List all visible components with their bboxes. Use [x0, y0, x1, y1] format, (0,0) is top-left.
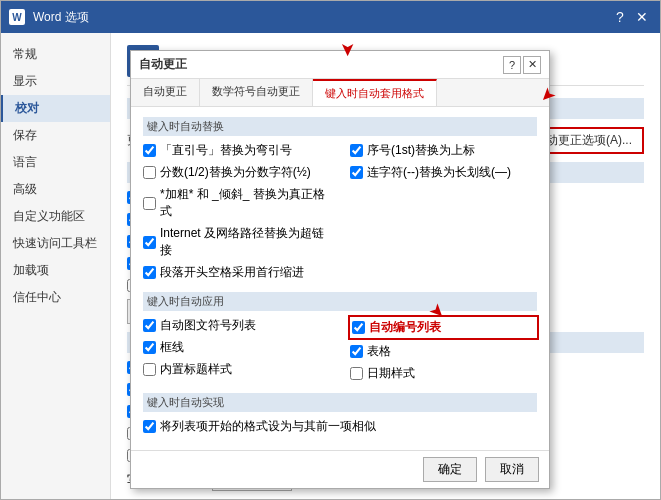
sub-help-button[interactable]: ? [503, 56, 521, 74]
sidebar-item-display[interactable]: 显示 [1, 68, 110, 95]
cb-list-format-input[interactable] [143, 420, 156, 433]
cb-straight-quotes-label: 「直引号」替换为弯引号 [160, 142, 292, 159]
cb-heading-style-label: 内置标题样式 [160, 361, 232, 378]
cb-auto-bullet-input[interactable] [143, 319, 156, 332]
cb-auto-numbering-label: 自动编号列表 [369, 319, 441, 336]
cb-border-input[interactable] [143, 341, 156, 354]
cb-ordinal-label: 序号(1st)替换为上标 [367, 142, 475, 159]
apply-columns: 自动图文符号列表 框线 内置标题样式 自动编号列表 [143, 317, 537, 387]
title-bar-buttons: ? ✕ [610, 7, 652, 27]
cb-date-style-label: 日期样式 [367, 365, 415, 382]
cb-dash-input[interactable] [350, 166, 363, 179]
sub-dialog-footer: 确定 取消 [131, 450, 549, 488]
sub-dialog-title: 自动更正 [139, 56, 187, 73]
cb-date-style-input[interactable] [350, 367, 363, 380]
sidebar-item-advanced[interactable]: 高级 [1, 176, 110, 203]
title-bar: W Word 选项 ? ✕ [1, 1, 660, 33]
cb-table-label: 表格 [367, 343, 391, 360]
close-button[interactable]: ✕ [632, 7, 652, 27]
sub-dialog-title-bar: 自动更正 ? ✕ [131, 51, 549, 79]
dialog-title: Word 选项 [33, 9, 89, 26]
sidebar-item-general[interactable]: 常规 [1, 41, 110, 68]
sidebar: 常规 显示 校对 保存 语言 高级 自定义功能区 快速访问工具栏 加载项 信任中… [1, 33, 111, 499]
tab-autocorrect[interactable]: 自动更正 [131, 79, 200, 106]
cb-heading-style-input[interactable] [143, 363, 156, 376]
cb-dash: 连字符(--)替换为长划线(—) [350, 164, 537, 181]
sidebar-item-quick-access[interactable]: 快速访问工具栏 [1, 230, 110, 257]
cb-date-style: 日期样式 [350, 365, 537, 382]
ok-button[interactable]: 确定 [423, 457, 477, 482]
sidebar-item-proofing[interactable]: 校对 [1, 95, 110, 122]
sub-dialog-content: 键入时自动替换 「直引号」替换为弯引号 分数(1/2)替换为分数字符(½) *加… [131, 107, 549, 450]
realize-header: 键入时自动实现 [143, 393, 537, 412]
sidebar-item-trust-center[interactable]: 信任中心 [1, 284, 110, 311]
replacement-header: 键入时自动替换 [143, 117, 537, 136]
tab-typing-format[interactable]: 键入时自动套用格式 [313, 79, 437, 106]
cb-auto-numbering: 自动编号列表 [350, 317, 537, 338]
cb-hyperlink-input[interactable] [143, 236, 156, 249]
cb-fraction-label: 分数(1/2)替换为分数字符(½) [160, 164, 311, 181]
cb-indent-label: 段落开头空格采用首行缩进 [160, 264, 304, 281]
sub-dialog-title-buttons: ? ✕ [503, 56, 541, 74]
cb-bold-italic: *加粗* 和 _倾斜_ 替换为真正格式 [143, 186, 330, 220]
help-button[interactable]: ? [610, 7, 630, 27]
cb-straight-quotes-input[interactable] [143, 144, 156, 157]
title-bar-left: W Word 选项 [9, 9, 89, 26]
cb-auto-bullet: 自动图文符号列表 [143, 317, 330, 334]
word-icon: W [9, 9, 25, 25]
cb-ordinal: 序号(1st)替换为上标 [350, 142, 537, 159]
sub-close-button[interactable]: ✕ [523, 56, 541, 74]
sidebar-item-custom-ribbon[interactable]: 自定义功能区 [1, 203, 110, 230]
cb-list-format-label: 将列表项开始的格式设为与其前一项相似 [160, 418, 376, 435]
cb-table: 表格 [350, 343, 537, 360]
cb-heading-style: 内置标题样式 [143, 361, 330, 378]
sidebar-item-save[interactable]: 保存 [1, 122, 110, 149]
cancel-button[interactable]: 取消 [485, 457, 539, 482]
cb-table-input[interactable] [350, 345, 363, 358]
cb-hyperlink-label: Internet 及网络路径替换为超链接 [160, 225, 330, 259]
replacement-columns: 「直引号」替换为弯引号 分数(1/2)替换为分数字符(½) *加粗* 和 _倾斜… [143, 142, 537, 286]
apply-header: 键入时自动应用 [143, 292, 537, 311]
cb-hyperlink: Internet 及网络路径替换为超链接 [143, 225, 330, 259]
cb-auto-bullet-label: 自动图文符号列表 [160, 317, 256, 334]
cb-indent: 段落开头空格采用首行缩进 [143, 264, 330, 281]
tab-bar: 自动更正 数学符号自动更正 键入时自动套用格式 [131, 79, 549, 107]
cb-fraction-input[interactable] [143, 166, 156, 179]
cb-fraction: 分数(1/2)替换为分数字符(½) [143, 164, 330, 181]
cb-straight-quotes: 「直引号」替换为弯引号 [143, 142, 330, 159]
cb-indent-input[interactable] [143, 266, 156, 279]
cb-border-label: 框线 [160, 339, 184, 356]
sidebar-item-addins[interactable]: 加载项 [1, 257, 110, 284]
cb-ordinal-input[interactable] [350, 144, 363, 157]
sidebar-item-language[interactable]: 语言 [1, 149, 110, 176]
cb-auto-numbering-input[interactable] [352, 321, 365, 334]
cb-dash-label: 连字符(--)替换为长划线(—) [367, 164, 511, 181]
cb-bold-italic-input[interactable] [143, 197, 156, 210]
cb-border: 框线 [143, 339, 330, 356]
cb-bold-italic-label: *加粗* 和 _倾斜_ 替换为真正格式 [160, 186, 330, 220]
tab-math[interactable]: 数学符号自动更正 [200, 79, 313, 106]
cb-list-format: 将列表项开始的格式设为与其前一项相似 [143, 418, 537, 435]
sub-dialog: 自动更正 ? ✕ 自动更正 数学符号自动更正 键入时自动套用格式 键入时自动替换… [130, 50, 550, 489]
